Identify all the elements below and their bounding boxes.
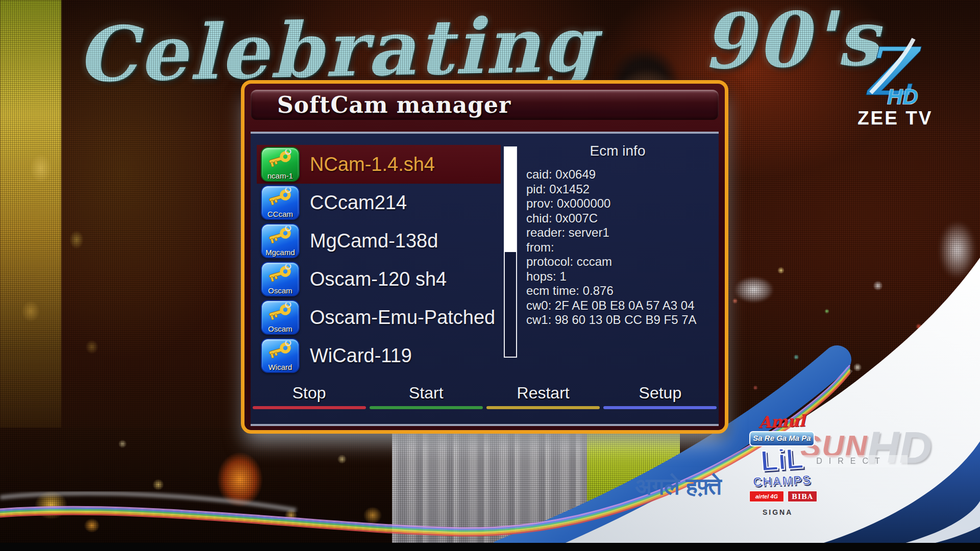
ecm-reader: reader: server1 <box>520 226 715 240</box>
softcam-manager-dialog: SoftCam manager ncam-1 <box>241 80 728 434</box>
lil-champs-logo-bottom: CHAMPS <box>746 472 818 490</box>
ecm-protocol: protocol: cccam <box>520 255 715 269</box>
softcam-name: Oscam-Emu-Patched <box>310 307 495 329</box>
ecm-info-title: Ecm info <box>520 143 715 159</box>
bokeh-lights-left-wall <box>0 128 143 393</box>
amul-logo: Amul <box>758 411 805 431</box>
ecm-info-panel: Ecm info caid: 0x0649 pid: 0x1452 prov: … <box>520 143 715 328</box>
softcam-icon-label: Wicard <box>262 363 299 371</box>
scrollbar-thumb[interactable] <box>505 147 516 252</box>
key-icon <box>266 303 294 322</box>
softcam-icon-label: Oscam <box>262 286 299 295</box>
ecm-chid: chid: 0x007C <box>520 211 715 226</box>
key-icon <box>266 264 294 284</box>
next-week-hindi-text: अगले हफ़्ते <box>635 472 722 500</box>
start-underline <box>370 406 483 409</box>
ecm-hops: hops: 1 <box>520 269 715 284</box>
softcam-key-icon: Oscam <box>261 262 300 296</box>
list-item-cccam[interactable]: CCcam CCcam214 <box>257 183 501 222</box>
softcam-key-icon: Mgcamd <box>261 223 300 258</box>
softcam-icon-label: Oscam <box>262 324 299 333</box>
softcam-icon-label: CCcam <box>262 210 299 218</box>
restart-button[interactable]: Restart <box>485 381 602 417</box>
balloon-highlight <box>734 277 774 303</box>
tv-screen: Celebrating 90's M <box>0 0 980 551</box>
sponsor-badges: airtel 4G BIBA <box>749 491 817 502</box>
key-icon <box>266 341 294 360</box>
list-item-wicard[interactable]: Wicard WiCard-119 <box>257 336 501 375</box>
softcam-name: NCam-1.4.sh4 <box>310 154 435 176</box>
list-item-oscam-emu[interactable]: Oscam Oscam-Emu-Patched <box>257 298 501 337</box>
biba-badge: BIBA <box>788 491 817 502</box>
grey-curtain <box>392 428 587 546</box>
stop-button[interactable]: Stop <box>251 381 368 417</box>
softcam-key-icon: CCcam <box>261 185 300 220</box>
ecm-time: ecm time: 0.876 <box>520 284 715 298</box>
softcam-key-icon: Oscam <box>261 300 300 335</box>
zee-tv-label: ZEE TV <box>857 108 933 129</box>
softcam-name: Oscam-120 sh4 <box>310 268 447 290</box>
softcam-icon-label: ncam-1 <box>262 171 299 180</box>
softcam-key-icon: Wicard <box>261 338 300 373</box>
list-item-oscam120[interactable]: Oscam Oscam-120 sh4 <box>257 260 501 298</box>
list-item-ncam[interactable]: ncam-1 NCam-1.4.sh4 <box>257 145 501 184</box>
dialog-titlebar: SoftCam manager <box>251 90 719 120</box>
softcam-icon-label: Mgcamd <box>262 248 299 257</box>
start-button[interactable]: Start <box>368 381 484 417</box>
setup-underline <box>603 406 717 409</box>
list-item-mgcamd[interactable]: Mgcamd MgCamd-138d <box>257 221 501 260</box>
key-icon <box>266 188 294 207</box>
restart-underline <box>486 406 600 409</box>
zee-hd-label: HD <box>887 85 918 109</box>
softcam-key-icon: ncam-1 <box>261 147 300 182</box>
ecm-prov: prov: 0x000000 <box>520 196 715 211</box>
ecm-cw0: cw0: 2F AE 0B E8 0A 57 A3 04 <box>520 298 715 313</box>
softcam-name: MgCamd-138d <box>310 230 438 252</box>
key-icon <box>266 226 294 245</box>
softcam-name: CCcam214 <box>310 192 407 214</box>
bokeh-lights-floor <box>15 423 403 546</box>
setup-button[interactable]: Setup <box>602 381 719 417</box>
airtel-badge: airtel 4G <box>749 491 784 502</box>
dialog-button-bar: Stop Start Restart Setup <box>251 381 719 417</box>
softcam-name: WiCard-119 <box>310 345 412 367</box>
dialog-panel: ncam-1 NCam-1.4.sh4 CCcam <box>251 132 719 426</box>
key-icon <box>266 149 294 169</box>
zee-tv-logo: Z HD ZEE TV <box>853 32 935 131</box>
list-scrollbar[interactable] <box>504 146 517 358</box>
signa-logo: SIGNA <box>763 508 793 516</box>
ecm-caid: caid: 0x0649 <box>520 167 715 182</box>
stop-underline <box>253 406 366 409</box>
ecm-pid: pid: 0x1452 <box>520 182 715 197</box>
dialog-title: SoftCam manager <box>251 90 719 120</box>
ecm-cw1: cw1: 98 60 13 0B CC B9 F5 7A <box>520 313 715 328</box>
ecm-from: from: <box>520 240 715 255</box>
white-sleeve-highlight <box>933 212 980 288</box>
